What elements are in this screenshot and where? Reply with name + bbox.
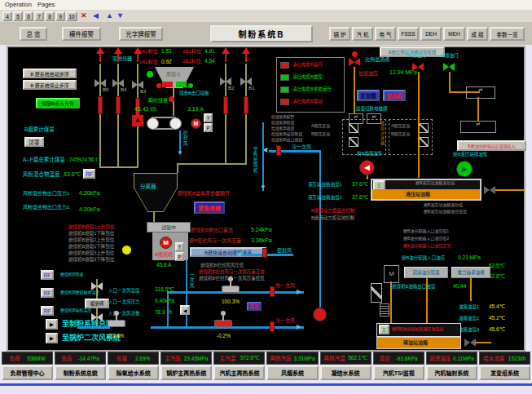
inlet-flow-label: 入口一次风流量 [108, 312, 140, 317]
page-button-6[interactable]: 6 [24, 11, 33, 21]
page-button-4[interactable]: 4 [2, 11, 12, 21]
nav-load-mgmt[interactable]: 负荷管理中心 [2, 365, 53, 380]
menu-bar [0, 0, 532, 10]
drain-pump-icon[interactable]: ▶ [456, 161, 473, 177]
close-icon[interactable]: ✕ [81, 12, 87, 20]
coal-gate-valve-icon[interactable] [223, 96, 228, 114]
tab-group[interactable]: 成 组 [467, 27, 488, 41]
feeder-point-button[interactable]: P [204, 123, 213, 132]
inlet-press-label: 入口一次风压力 [108, 300, 140, 305]
rf-bearing-temp-button[interactable]: RF [41, 288, 54, 298]
emergency-stop-button[interactable]: 紧急停磨 [194, 201, 225, 214]
coal-gate-valve-icon[interactable] [98, 96, 103, 114]
bypass2-valve-icon[interactable] [443, 63, 455, 71]
rf-motor-temp-button[interactable]: RF [41, 306, 54, 316]
mix-damper-icon[interactable] [214, 320, 232, 327]
bunker-outlet-valve-icon[interactable] [169, 96, 174, 102]
rf-mix-temp-button[interactable]: RF [83, 169, 95, 179]
tab-fsss[interactable]: FSSS [398, 27, 419, 41]
menu-operation[interactable]: Operation [5, 2, 32, 8]
tank-drain-valve-icon[interactable] [484, 186, 495, 194]
tab-turbine[interactable]: 汽 机 [352, 27, 373, 41]
level-2a1-value: 1.53 [161, 49, 172, 55]
seal-air-valve-icon[interactable] [262, 248, 267, 258]
mill-stop-seq-button[interactable]: B 磨系统停止步序 [23, 80, 77, 90]
tab-electric[interactable]: 电 气 [375, 27, 396, 41]
page-button-5[interactable]: 5 [13, 11, 23, 21]
feeder-trend-button[interactable]: T [204, 113, 213, 122]
hydraulic-tank-label: 液压站油箱 [406, 192, 430, 197]
bypass1-label: #1排油门 [407, 54, 426, 59]
mill-start-seq-button[interactable]: B 磨系统启动步序 [23, 69, 77, 78]
force-button[interactable]: 强置 [247, 302, 262, 311]
tab-deh[interactable]: DEH [420, 27, 442, 41]
nav-pulverizer-overview[interactable]: 制粉系统总貌 [55, 365, 106, 380]
ignition-permit-button[interactable]: 煤层B点火允许 [36, 98, 80, 108]
menu-pages[interactable]: Pages [37, 2, 55, 8]
page-button-7[interactable]: 7 [34, 11, 44, 21]
cold-pa-valve-icon[interactable] [270, 321, 275, 332]
filter-icon [349, 137, 358, 147]
burner-valve-icon[interactable] [132, 81, 143, 89]
nav-condensate[interactable]: 凝结水系统 [320, 365, 372, 380]
nav-turbine-reheat[interactable]: 汽机主再热系统 [213, 365, 265, 380]
lube-tank-valve-icon[interactable] [464, 339, 476, 347]
tab-module-alarm[interactable]: 模件报警 [62, 27, 101, 41]
tab-parameters[interactable]: 参数一览 [490, 27, 525, 41]
warm-mill-box[interactable]: 暖磨阀 [85, 299, 109, 308]
page-button-10[interactable]: 10 [66, 11, 77, 21]
hot-pa-damper-icon[interactable] [222, 286, 240, 293]
cold-pa-damper-icon[interactable] [108, 320, 125, 327]
status-main-steam-press: 主汽压23.45MPa [160, 352, 212, 365]
mill-motor-icon[interactable]: M [160, 237, 172, 249]
goto-icon[interactable]: ▶ [46, 333, 58, 343]
toolbar [0, 10, 532, 23]
cold-pa-valve-icon[interactable] [276, 145, 281, 156]
nav-deaerator-feedwater[interactable]: 除氧给水系统 [108, 365, 159, 380]
tab-meh[interactable]: MEH [443, 27, 465, 41]
fixed-load-button[interactable]: 定加载 [357, 90, 380, 101]
nav-turbine-tsi[interactable]: 汽机TSI监视 [373, 365, 424, 380]
coal-gate-valve-icon[interactable] [244, 96, 248, 114]
tab-overview[interactable]: 总 览 [20, 27, 47, 41]
fan-select-button[interactable]: ◀ [180, 305, 190, 315]
burner-valve-icon[interactable] [240, 77, 252, 86]
back-arrow-icon[interactable]: ◀ [93, 12, 99, 20]
solenoid-block-icon[interactable]: ⇄ [466, 86, 495, 99]
power-loss-interlock-button[interactable]: B磨油站掉电自启连锁投入 [457, 140, 526, 151]
feeder-motor-icon[interactable]: M [191, 118, 201, 129]
page-button-8[interactable]: 8 [45, 11, 55, 21]
status-bar: 负荷538MW 负压-14.47Pa 氧量2.69% 主汽压23.45MPa 主… [2, 352, 530, 365]
seal-air-fan-icon[interactable] [313, 308, 327, 321]
coal-gate-valve-icon[interactable] [116, 96, 121, 114]
variable-load-button[interactable]: 变加载 [383, 90, 406, 101]
filter-dp-a-left: A侧压差高 [311, 124, 330, 128]
solenoid-block-icon[interactable]: ⇄ [460, 121, 496, 133]
pa-inlet-valve-icon[interactable] [91, 282, 103, 290]
hot-pa-valve-icon[interactable] [270, 286, 275, 297]
prop-relief-valve-icon[interactable] [349, 58, 360, 66]
burner-valve-icon[interactable] [112, 79, 124, 87]
nav-generator[interactable]: 发变组系统 [479, 365, 530, 380]
mill-test-banner: 试验中 [147, 222, 191, 232]
nav-air-flue[interactable]: 风烟系统 [266, 365, 318, 380]
roller-status: 磨煤机B磨辊2上升到位 [68, 238, 114, 243]
up-arrow-icon[interactable]: ▲ [106, 12, 113, 20]
right-flow-arrow-icon: ▶ [297, 289, 301, 295]
tab-lamp-alarm[interactable]: 光字牌报警 [119, 27, 163, 41]
tab-boiler[interactable]: 锅 炉 [329, 27, 350, 41]
rf-speed-button[interactable]: RF [41, 270, 54, 280]
burner-valve-icon[interactable] [220, 77, 231, 86]
goto-icon[interactable]: ▶ [46, 319, 58, 330]
load-pump-icon[interactable]: ◀ [359, 160, 375, 175]
bypass1-valve-icon[interactable] [412, 63, 424, 71]
mill-point-button[interactable]: P [175, 252, 184, 261]
nav-boiler-reheat[interactable]: 锅炉主再热系统 [160, 365, 212, 380]
down-arrow-icon[interactable]: ▼ [117, 12, 124, 20]
burner-valve-icon[interactable] [95, 79, 106, 87]
lube-heater-icon[interactable]: Σ [379, 325, 389, 334]
page-button-9[interactable]: 9 [55, 11, 65, 21]
clear-button[interactable]: 清零 [24, 137, 44, 147]
mill-trend-button[interactable]: T [175, 242, 184, 251]
nav-gland-seal[interactable]: 汽机轴封系统 [426, 365, 477, 380]
